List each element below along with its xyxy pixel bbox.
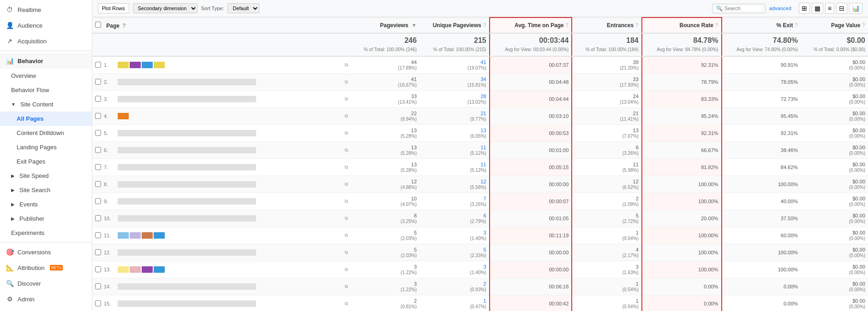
color-bars bbox=[118, 198, 256, 205]
row-checkbox[interactable] bbox=[95, 96, 101, 102]
cell-value: 1 bbox=[636, 298, 639, 304]
row-checkbox[interactable] bbox=[95, 147, 101, 153]
sidebar-item-landing-pages[interactable]: Landing Pages bbox=[0, 140, 92, 154]
entrances-sort-icon: ? bbox=[635, 22, 638, 29]
cell-value: 5 bbox=[484, 247, 486, 252]
table-view-button[interactable]: ⊞ bbox=[799, 3, 810, 14]
sidebar-item-all-pages[interactable]: All Pages bbox=[0, 111, 92, 126]
row-checkbox[interactable] bbox=[95, 215, 101, 221]
sidebar-item-discover[interactable]: 🔍 Discover bbox=[0, 276, 92, 291]
realtime-icon: ⏱ bbox=[6, 6, 14, 14]
copy-icon[interactable]: ⧉ bbox=[345, 96, 348, 102]
entrances-header[interactable]: Entrances ? bbox=[572, 18, 641, 33]
select-all-checkbox[interactable] bbox=[95, 22, 101, 28]
cell-value: 100.00% bbox=[778, 267, 798, 272]
row-checkbox[interactable] bbox=[95, 266, 101, 272]
cell-value: 33 bbox=[633, 76, 639, 82]
sidebar-item-realtime[interactable]: ⏱ Realtime bbox=[0, 2, 92, 18]
copy-icon[interactable]: ⧉ bbox=[345, 164, 348, 170]
bounce-rate-header[interactable]: Bounce Rate ? bbox=[642, 18, 722, 33]
row-checkbox[interactable] bbox=[95, 130, 101, 136]
row-checkbox[interactable] bbox=[95, 300, 101, 306]
page-value-header[interactable]: Page Value ? bbox=[801, 18, 868, 33]
color-bar bbox=[154, 232, 165, 239]
row-number: 1. bbox=[104, 62, 115, 68]
copy-icon[interactable]: ⧉ bbox=[345, 267, 348, 272]
cell-pct: (1.09%) bbox=[623, 202, 639, 207]
sidebar-item-label: Site Content bbox=[20, 101, 54, 108]
sidebar-item-attribution[interactable]: 📐 Attribution BETA bbox=[0, 260, 92, 276]
exit-cell: 84.62% bbox=[722, 158, 801, 176]
sidebar-item-exit-pages[interactable]: Exit Pages bbox=[0, 154, 92, 169]
plot-rows-button[interactable]: Plot Rows bbox=[98, 3, 129, 13]
cell-pct: (5.28%) bbox=[401, 134, 417, 139]
sort-type-select[interactable]: Default bbox=[227, 3, 259, 13]
bounce-cell: 66.67% bbox=[642, 141, 722, 158]
avg-time-sub: Avg for View: 00:03:44 (0.00%) bbox=[505, 47, 569, 52]
page-col-header[interactable]: Page ? bbox=[106, 23, 126, 29]
pivot-view-button[interactable]: ⊟ bbox=[836, 3, 847, 14]
copy-icon[interactable]: ⧉ bbox=[345, 301, 348, 306]
row-checkbox[interactable] bbox=[95, 283, 101, 289]
advanced-link[interactable]: advanced bbox=[769, 6, 791, 11]
copy-icon[interactable]: ⧉ bbox=[345, 182, 348, 187]
copy-icon[interactable]: ⧉ bbox=[345, 216, 348, 221]
sidebar-item-behavior-flow[interactable]: Behavior Flow bbox=[0, 83, 92, 97]
sidebar-item-site-speed[interactable]: ▶ Site Speed bbox=[0, 169, 92, 183]
row-checkbox[interactable] bbox=[95, 232, 101, 238]
row-checkbox[interactable] bbox=[95, 113, 101, 119]
copy-icon[interactable]: ⧉ bbox=[345, 62, 348, 68]
row-checkbox[interactable] bbox=[95, 164, 101, 170]
sidebar-item-overview[interactable]: Overview bbox=[0, 69, 92, 83]
cell-value: 2 bbox=[484, 281, 486, 287]
sidebar-item-experiments[interactable]: Experiments bbox=[0, 226, 92, 240]
sidebar-item-behavior[interactable]: 📊 Behavior bbox=[0, 53, 92, 69]
row-checkbox[interactable] bbox=[95, 79, 101, 85]
sidebar-item-site-content[interactable]: ▼ Site Content bbox=[0, 97, 92, 111]
sidebar-item-acquisition[interactable]: ↗ Acquisition bbox=[0, 33, 92, 49]
summary-entrances: 184 % of Total: 100.00% (184) bbox=[572, 33, 641, 56]
entrances-cell: 1(0.54%) bbox=[572, 278, 641, 295]
compare-view-button[interactable]: ≡ bbox=[825, 3, 834, 14]
search-input[interactable] bbox=[724, 6, 761, 11]
secondary-dimension-select[interactable]: Secondary dimension bbox=[133, 3, 198, 13]
copy-icon[interactable]: ⧉ bbox=[345, 113, 348, 119]
sidebar-item-events[interactable]: ▶ Events bbox=[0, 197, 92, 211]
sidebar-item-audience[interactable]: 👤 Audience bbox=[0, 18, 92, 33]
checkbox-header[interactable]: Page ? bbox=[92, 18, 351, 33]
row-checkbox[interactable] bbox=[95, 62, 101, 68]
chart-view-button[interactable]: 📊 bbox=[849, 3, 862, 14]
sidebar-item-publisher[interactable]: ▶ Publisher bbox=[0, 211, 92, 226]
cell-value: 13 bbox=[411, 128, 417, 133]
bounce-cell: 81.82% bbox=[642, 158, 722, 176]
sidebar-item-admin[interactable]: ⚙ Admin bbox=[0, 291, 92, 307]
cell-value: 78.05% bbox=[781, 79, 798, 85]
pct-exit-header[interactable]: % Exit ? bbox=[722, 18, 801, 33]
unique-pageviews-header[interactable]: Unique Pageviews ? bbox=[419, 18, 490, 33]
sidebar-item-label: Behavior Flow bbox=[11, 87, 49, 94]
copy-icon[interactable]: ⧉ bbox=[345, 130, 348, 136]
color-bar bbox=[142, 266, 153, 273]
sidebar-item-site-search[interactable]: ▶ Site Search bbox=[0, 183, 92, 197]
sidebar-item-content-drilldown[interactable]: Content Drilldown bbox=[0, 126, 92, 140]
row-checkbox[interactable] bbox=[95, 198, 101, 204]
row-checkbox[interactable] bbox=[95, 181, 101, 187]
row-checkbox[interactable] bbox=[95, 249, 101, 255]
copy-icon[interactable]: ⧉ bbox=[345, 250, 348, 255]
sidebar-item-conversions[interactable]: 🎯 Conversions bbox=[0, 244, 92, 260]
entrances-cell: 6(3.26%) bbox=[572, 141, 641, 158]
color-bar bbox=[118, 300, 256, 307]
sidebar-item-label: Attribution bbox=[18, 264, 45, 271]
copy-icon[interactable]: ⧉ bbox=[345, 199, 348, 204]
avg-time-header[interactable]: Avg. Time on Page ? bbox=[490, 18, 572, 33]
grid-view-button[interactable]: ▦ bbox=[812, 3, 823, 14]
copy-icon[interactable]: ⧉ bbox=[345, 147, 348, 153]
cell-pct: (17.89%) bbox=[398, 65, 417, 70]
pageviews-header[interactable]: Pageviews ▼ bbox=[351, 18, 419, 33]
copy-icon[interactable]: ⧉ bbox=[345, 79, 348, 85]
copy-icon[interactable]: ⧉ bbox=[345, 233, 348, 238]
cell-pct: (4.07%) bbox=[401, 202, 417, 207]
cell-pct: (2.17%) bbox=[623, 253, 639, 258]
pageviews-cell: 22(8.94%) bbox=[351, 107, 419, 124]
copy-icon[interactable]: ⧉ bbox=[345, 284, 348, 289]
